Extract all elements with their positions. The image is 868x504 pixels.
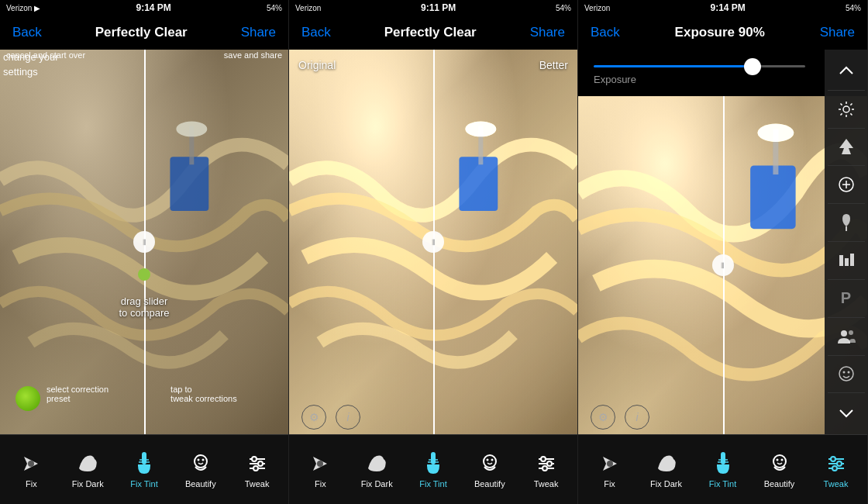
fix-tint-icon-2: [421, 451, 446, 476]
status-left-1: Verizon ▶: [6, 4, 40, 12]
tool-tweak-label-1: Tweak: [245, 479, 270, 488]
svg-point-7: [195, 455, 207, 468]
time-3: 9:14 PM: [710, 2, 745, 13]
svg-point-9: [202, 458, 204, 461]
tool-fix-1[interactable]: Fix: [8, 451, 54, 488]
svg-point-13: [258, 461, 263, 466]
compare-handle-3[interactable]: ⦀: [712, 254, 734, 276]
fix-icon-1: [19, 451, 43, 476]
tool-beautify-2[interactable]: Beautify: [467, 451, 513, 488]
settings-btn-3[interactable]: ⚙: [591, 405, 615, 430]
tool-beautify-3[interactable]: Beautify: [756, 451, 803, 488]
status-bar-2: Verizon 9:11 PM 54%: [289, 0, 577, 16]
share-button-1[interactable]: Share: [241, 25, 276, 40]
nav-bar-2: Back Perfectly Clear Share: [289, 16, 577, 50]
fix-icon-2: [308, 451, 332, 476]
tool-beautify-1[interactable]: Beautify: [177, 451, 224, 488]
svg-rect-51: [850, 254, 854, 266]
slider-thumb-3[interactable]: [744, 58, 761, 75]
carrier-1: Verizon: [6, 4, 32, 12]
compare-handle-2[interactable]: ⦀: [422, 231, 444, 253]
sidebar-chevron-up[interactable]: [828, 53, 865, 91]
beautify-icon-2: [477, 451, 502, 476]
panel-1: Verizon ▶ 9:14 PM 54% Back Perfectly Cle…: [0, 0, 289, 504]
tool-tweak-label-2: Tweak: [534, 479, 559, 488]
preset-label-left-1: select correctionpreset: [46, 385, 108, 403]
tool-fix-dark-3[interactable]: Fix Dark: [643, 451, 690, 488]
svg-rect-1: [189, 126, 194, 164]
info-btn-2[interactable]: i: [336, 405, 360, 430]
image-area-1[interactable]: ⦀ drag sliderto compare: [0, 50, 288, 434]
sidebar-people-icon[interactable]: [828, 318, 865, 356]
panel-3: Verizon 9:14 PM 54% Back Exposure 90% Sh…: [578, 0, 868, 504]
tweak-icon-2: [534, 451, 559, 476]
tool-fix-tint-3[interactable]: Fix Tint: [700, 451, 746, 488]
sidebar-pin-icon[interactable]: [828, 204, 865, 242]
tool-fix-3[interactable]: Fix: [587, 451, 633, 488]
better-label-2: Better: [539, 59, 568, 71]
battery-1: 54%: [267, 4, 282, 12]
svg-rect-0: [170, 157, 208, 211]
share-button-2[interactable]: Share: [530, 25, 565, 40]
tool-fix-tint-label-2: Fix Tint: [419, 479, 446, 488]
svg-point-3: [28, 461, 34, 467]
tool-tweak-1[interactable]: Tweak: [234, 451, 281, 488]
svg-point-35: [843, 106, 849, 112]
tool-fix-label-1: Fix: [26, 479, 37, 488]
sidebar-tree-icon[interactable]: [828, 129, 865, 167]
svg-rect-16: [459, 157, 498, 211]
tool-fix-dark-2[interactable]: Fix Dark: [353, 451, 400, 488]
settings-btn-2[interactable]: ⚙: [301, 405, 326, 430]
exposure-slider-3[interactable]: [594, 65, 805, 67]
bottom-toolbar-2: Fix Fix Dark Fix Tint: [289, 434, 577, 504]
carrier-3: Verizon: [584, 4, 610, 12]
sidebar-face-icon[interactable]: [828, 356, 865, 394]
tool-fix-tint-label-1: Fix Tint: [130, 479, 157, 488]
svg-point-24: [486, 458, 488, 461]
svg-point-56: [847, 371, 849, 374]
status-left-3: Verizon: [584, 4, 610, 12]
tool-fix-dark-label-3: Fix Dark: [650, 479, 682, 488]
tool-tweak-2[interactable]: Tweak: [523, 451, 570, 488]
sidebar-bars-icon[interactable]: [828, 242, 865, 280]
right-sidebar-3: P: [825, 50, 867, 434]
image-area-2[interactable]: ⦀ Original Better: [289, 50, 577, 434]
tool-fix-2[interactable]: Fix: [297, 451, 343, 488]
time-1: 9:14 PM: [136, 2, 170, 13]
svg-point-18: [465, 121, 496, 136]
status-right-2: 54%: [556, 4, 571, 12]
carrier-2: Verizon: [295, 4, 321, 12]
sidebar-p-icon[interactable]: P: [828, 280, 865, 318]
compare-handle-1[interactable]: ⦀: [133, 231, 155, 253]
battery-3: 54%: [846, 4, 861, 12]
sidebar-chevron-down-icon[interactable]: [828, 393, 865, 431]
tool-fix-dark-1[interactable]: Fix Dark: [64, 451, 111, 488]
tool-fix-tint-2[interactable]: Fix Tint: [410, 451, 456, 488]
svg-rect-33: [773, 129, 778, 174]
tweak-icon-3: [824, 451, 849, 476]
info-btn-3[interactable]: i: [625, 405, 649, 430]
green-dot-1[interactable]: [16, 386, 40, 411]
status-left-2: Verizon: [295, 4, 321, 12]
svg-point-67: [837, 461, 842, 466]
exposure-area-3: Exposure: [578, 50, 821, 86]
svg-rect-50: [845, 258, 849, 266]
nav-title-1: Perfectly Clear: [42, 25, 241, 40]
back-button-3[interactable]: Back: [591, 25, 620, 40]
svg-point-25: [491, 458, 493, 461]
tool-fix-tint-1[interactable]: Fix Tint: [121, 451, 167, 488]
fix-icon-3: [598, 451, 622, 476]
nav-title-2: Perfectly Clear: [331, 25, 530, 40]
tool-tweak-3[interactable]: Tweak: [813, 451, 859, 488]
sidebar-sun-icon[interactable]: [828, 91, 865, 129]
sidebar-plus-circle-icon[interactable]: [828, 166, 865, 204]
back-button-1[interactable]: Back: [12, 25, 42, 40]
svg-point-27: [541, 457, 546, 461]
back-button-2[interactable]: Back: [301, 25, 331, 40]
tool-beautify-label-1: Beautify: [185, 479, 216, 488]
tooltip-right-1: save and share: [224, 50, 282, 60]
share-button-3[interactable]: Share: [820, 25, 855, 40]
svg-point-63: [780, 458, 783, 461]
tool-fix-label-3: Fix: [604, 479, 615, 488]
nav-title-3: Exposure 90%: [620, 25, 820, 40]
